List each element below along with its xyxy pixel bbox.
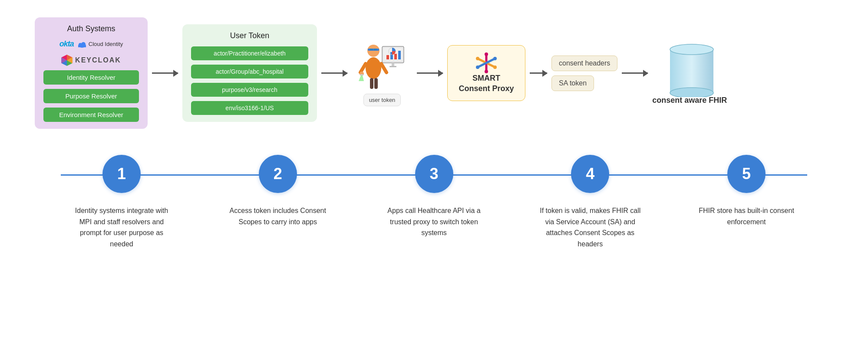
main-container: Auth Systems okta Cloud Identity KEYCLO (0, 0, 868, 262)
svg-rect-16 (368, 49, 379, 51)
timeline-section: 1 Identity systems integrate with MPI an… (26, 155, 842, 249)
keycloak-logo: KEYCLOAK (43, 55, 139, 66)
svg-rect-9 (398, 51, 401, 59)
smart-proxy-box: SMART Consent Proxy (447, 45, 525, 101)
top-diagram: Auth Systems okta Cloud Identity KEYCLO (26, 17, 842, 129)
token-item-3: env/iso3166-1/US (191, 101, 308, 115)
arrow-token-to-person (317, 72, 352, 74)
svg-point-33 (476, 57, 479, 60)
user-token-box: User Token actor/Practitioner/elizabeth … (182, 24, 317, 122)
svg-point-34 (493, 65, 497, 69)
arrow-line-3 (417, 72, 443, 74)
timeline-desc-2: Access token includes Consent Scopes to … (226, 205, 330, 227)
svg-marker-24 (359, 75, 364, 81)
kc-icon: KEYCLOAK (61, 55, 121, 66)
okta-logo: okta (59, 39, 74, 49)
auth-systems-title: Auth Systems (43, 24, 139, 33)
environment-resolver-btn: Environment Resolver (43, 108, 139, 122)
arrow-headers-to-fhir (617, 72, 652, 74)
svg-rect-3 (78, 45, 86, 47)
arrow-line-1 (152, 72, 178, 74)
timeline-item-3: 3 Apps call Healthcare API via a trusted… (373, 155, 495, 249)
timeline-item-4: 4 If token is valid, makes FHIR call via… (529, 155, 651, 249)
sa-token-badge: SA token (551, 75, 594, 91)
timeline-item-2: 2 Access token includes Consent Scopes t… (217, 155, 339, 249)
svg-rect-18 (374, 49, 377, 50)
svg-rect-17 (370, 49, 373, 50)
timeline-items: 1 Identity systems integrate with MPI an… (61, 155, 807, 249)
identity-resolver-btn: Identity Resolver (43, 70, 139, 85)
timeline-circle-5: 5 (727, 155, 766, 193)
arrow-proxy-to-headers (525, 72, 551, 74)
timeline-circle-2: 2 (259, 155, 297, 193)
arrow-line-2 (321, 72, 347, 74)
svg-point-38 (670, 88, 713, 97)
timeline-circle-1: 1 (102, 155, 141, 193)
fhir-cylinder (668, 41, 711, 93)
svg-line-20 (360, 64, 366, 72)
svg-rect-8 (394, 54, 397, 59)
smart-star-icon (476, 52, 497, 73)
timeline-circle-3: 3 (415, 155, 453, 193)
user-token-label: user token (363, 94, 401, 106)
person-illustration (358, 40, 406, 92)
cylinder-svg (668, 41, 716, 97)
timeline-item-1: 1 Identity systems integrate with MPI an… (61, 155, 182, 249)
token-item-2: purpose/v3/research (191, 83, 308, 97)
auth-logos: okta Cloud Identity (43, 39, 139, 49)
arrow-line-5 (622, 72, 648, 74)
arrow-line-4 (530, 72, 547, 74)
timeline-circle-4: 4 (571, 155, 609, 193)
timeline-desc-5: FHIR store has built-in consent enforcem… (694, 205, 799, 227)
svg-rect-26 (370, 78, 373, 89)
consent-headers-badge: consent headers (551, 56, 617, 71)
illustration-box: user token (352, 40, 413, 106)
svg-rect-6 (386, 55, 389, 59)
timeline-item-5: 5 FHIR store has built-in consent enforc… (686, 155, 807, 249)
cloud-identity-text: Cloud Identity (89, 41, 123, 47)
cloud-icon (77, 41, 87, 48)
svg-point-32 (485, 70, 488, 73)
svg-point-31 (485, 52, 488, 56)
auth-systems-box: Auth Systems okta Cloud Identity KEYCLO (35, 17, 148, 129)
fhir-cylinder-box: consent aware FHIR (652, 41, 727, 105)
token-item-0: actor/Practitioner/elizabeth (191, 46, 308, 60)
user-token-title: User Token (191, 31, 308, 40)
arrow-auth-to-token (148, 72, 182, 74)
timeline-desc-1: Identity systems integrate with MPI and … (69, 205, 174, 249)
svg-point-35 (493, 57, 497, 60)
purpose-resolver-btn: Purpose Resolver (43, 89, 139, 103)
timeline-desc-3: Apps call Healthcare API via a trusted p… (382, 205, 486, 239)
svg-rect-11 (392, 63, 394, 66)
svg-rect-12 (389, 66, 396, 67)
svg-point-36 (476, 65, 479, 69)
keycloak-text: KEYCLOAK (75, 56, 121, 64)
headers-box: consent headers SA token (551, 56, 617, 91)
keycloak-hex-icon (61, 55, 73, 66)
cloud-identity-logo: Cloud Identity (77, 41, 123, 48)
svg-rect-27 (374, 78, 378, 89)
svg-rect-25 (360, 74, 363, 75)
token-item-1: actor/Group/abc_hospital (191, 65, 308, 79)
timeline-desc-4: If token is valid, makes FHIR call via S… (538, 205, 642, 249)
svg-rect-37 (670, 49, 713, 93)
arrow-person-to-proxy (413, 72, 447, 74)
svg-line-21 (381, 64, 386, 72)
svg-point-19 (366, 57, 381, 79)
svg-point-39 (670, 44, 713, 55)
smart-proxy-title: SMART Consent Proxy (456, 73, 516, 94)
